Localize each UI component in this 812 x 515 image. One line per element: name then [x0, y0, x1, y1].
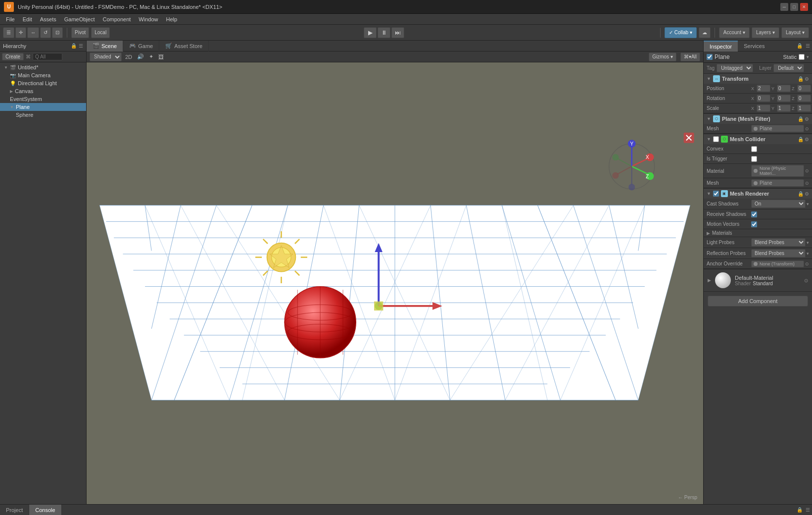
- bottom-menu-icon[interactable]: ☰: [806, 507, 812, 513]
- bottom-lock-icon[interactable]: 🔒: [794, 507, 806, 513]
- menu-file[interactable]: File: [2, 15, 19, 23]
- audio-button[interactable]: 🔊: [136, 53, 145, 60]
- tool-move[interactable]: ✛: [15, 27, 26, 38]
- settings-icon[interactable]: ⚙: [805, 191, 809, 197]
- transform-header[interactable]: ▼ ↔ Transform 🔒 ⚙: [704, 74, 812, 84]
- convex-checkbox[interactable]: [751, 146, 757, 152]
- hierarchy-item-main-camera[interactable]: 📷 Main Camera: [0, 71, 86, 79]
- play-button[interactable]: ▶: [364, 27, 377, 38]
- scale-x-field[interactable]: [757, 104, 770, 112]
- hierarchy-lock-icon[interactable]: 🔒: [71, 43, 77, 49]
- hierarchy-item-eventsystem[interactable]: EventSystem: [0, 95, 86, 103]
- minimize-button[interactable]: ─: [780, 3, 788, 11]
- local-button[interactable]: Local: [91, 27, 110, 38]
- cast-shadows-select[interactable]: On Off Two Sided Shadows Only: [751, 200, 806, 208]
- collider-mesh-value[interactable]: Plane: [751, 179, 804, 187]
- mesh-collider-header[interactable]: ▼ ⬡ Mesh Collider 🔒 ⚙: [704, 134, 812, 144]
- material-expand-icon[interactable]: ▶: [708, 278, 711, 283]
- position-x-field[interactable]: [757, 85, 770, 92]
- maximize-button[interactable]: □: [790, 3, 798, 11]
- lock-icon[interactable]: 🔒: [798, 116, 804, 122]
- tab-game[interactable]: 🎮 Game: [123, 41, 159, 52]
- inspector-menu-icon[interactable]: ☰: [806, 43, 812, 49]
- tab-asset-store[interactable]: 🛒 Asset Store: [159, 41, 209, 52]
- position-y-field[interactable]: [777, 85, 791, 92]
- cast-shadows-menu[interactable]: ▾: [807, 202, 809, 206]
- receive-shadows-checkbox[interactable]: [751, 211, 757, 217]
- light-probes-menu[interactable]: ▾: [807, 240, 809, 245]
- shading-mode-select[interactable]: Shaded: [90, 52, 122, 61]
- cloud-button[interactable]: ☁: [699, 27, 711, 38]
- reflection-probes-menu[interactable]: ▾: [807, 251, 809, 256]
- tab-inspector[interactable]: Inspector: [704, 41, 738, 52]
- fx-button[interactable]: ✦: [147, 53, 155, 60]
- 2d-button[interactable]: 2D: [124, 53, 134, 60]
- scale-z-field[interactable]: [797, 104, 811, 112]
- mesh-value[interactable]: Plane: [751, 125, 804, 132]
- tab-services[interactable]: Services: [738, 41, 770, 52]
- tool-rect[interactable]: ⊡: [52, 27, 63, 38]
- layout-button[interactable]: Layout ▾: [781, 27, 809, 38]
- hierarchy-item-untitled[interactable]: ▼ 🎬 Untitled*: [0, 63, 86, 71]
- all-button[interactable]: ⌘▾All: [680, 52, 700, 61]
- add-component-button[interactable]: Add Component: [708, 296, 808, 307]
- lock-icon[interactable]: 🔒: [798, 191, 804, 197]
- menu-gameobject[interactable]: GameObject: [60, 15, 99, 23]
- menu-component[interactable]: Component: [98, 15, 135, 23]
- tab-scene[interactable]: 🎬 Scene: [87, 41, 123, 52]
- settings-icon[interactable]: ⚙: [805, 137, 809, 142]
- layer-select[interactable]: Default: [773, 64, 804, 72]
- scale-y-field[interactable]: [777, 104, 791, 112]
- tool-hand[interactable]: ☰: [3, 27, 14, 38]
- mesh-collider-enabled[interactable]: [713, 136, 719, 142]
- lock-icon[interactable]: 🔒: [798, 137, 804, 142]
- menu-edit[interactable]: Edit: [19, 15, 36, 23]
- inspector-lock-icon[interactable]: 🔒: [794, 43, 806, 49]
- hierarchy-item-directional-light[interactable]: 💡 Directional Light: [0, 79, 86, 87]
- hierarchy-item-canvas[interactable]: ▶ Canvas: [0, 87, 86, 95]
- collider-material-value[interactable]: None (Physic Materi...: [751, 165, 804, 177]
- collab-button[interactable]: ✓ Collab ▾: [665, 27, 697, 38]
- menu-window[interactable]: Window: [135, 15, 162, 23]
- create-button[interactable]: Create: [2, 53, 24, 60]
- tool-rotate[interactable]: ↔: [27, 27, 39, 38]
- step-button[interactable]: ⏭: [391, 27, 404, 38]
- mesh-select-icon[interactable]: ⊙: [805, 126, 809, 131]
- lock-icon[interactable]: 🔒: [798, 76, 804, 82]
- collider-mat-select-icon[interactable]: ⊙: [805, 168, 809, 173]
- position-z-field[interactable]: [797, 85, 811, 92]
- material-select-icon[interactable]: ⊙: [804, 278, 808, 283]
- light-probes-select[interactable]: Blend Probes Off Use Proxy Volume Custom…: [751, 238, 806, 247]
- hierarchy-item-plane[interactable]: ▼ Plane: [0, 103, 86, 111]
- rotation-x-field[interactable]: [757, 95, 770, 102]
- hierarchy-menu-icon[interactable]: ☰: [79, 43, 83, 49]
- scene-view[interactable]: X Y Z: [87, 62, 703, 504]
- materials-section[interactable]: ▶ Materials: [704, 229, 812, 237]
- gizmos-button[interactable]: Gizmos ▾: [649, 52, 676, 61]
- anchor-select-icon[interactable]: ⊙: [805, 261, 809, 266]
- mesh-filter-header[interactable]: ▼ ⬡ Plane (Mesh Filter) 🔒 ⚙: [704, 114, 812, 124]
- pause-button[interactable]: ⏸: [378, 27, 390, 38]
- tab-project[interactable]: Project: [0, 505, 29, 515]
- motion-vectors-checkbox[interactable]: [751, 221, 757, 227]
- reflection-probes-select[interactable]: Blend Probes Off Simple: [751, 249, 806, 258]
- object-enabled-checkbox[interactable]: [707, 54, 713, 60]
- mesh-renderer-header[interactable]: ▼ ▣ Mesh Renderer 🔒 ⚙: [704, 189, 812, 199]
- hierarchy-search[interactable]: [33, 53, 62, 60]
- image-button[interactable]: 🖼: [157, 53, 165, 60]
- settings-icon[interactable]: ⚙: [805, 76, 809, 82]
- pivot-button[interactable]: Pivot: [71, 27, 89, 38]
- static-dropdown-arrow[interactable]: ▾: [807, 54, 809, 59]
- mesh-renderer-enabled[interactable]: [713, 191, 719, 197]
- rotation-z-field[interactable]: [797, 95, 811, 102]
- tag-select[interactable]: Untagged: [716, 64, 753, 72]
- static-checkbox[interactable]: [799, 54, 805, 60]
- is-trigger-checkbox[interactable]: [751, 156, 757, 162]
- layers-button[interactable]: Layers ▾: [752, 27, 779, 38]
- close-button[interactable]: ✕: [800, 3, 808, 11]
- hierarchy-item-sphere[interactable]: Sphere: [0, 111, 86, 119]
- anchor-override-value[interactable]: None (Transform): [751, 260, 804, 267]
- tool-scale[interactable]: ↺: [40, 27, 51, 38]
- tab-console[interactable]: Console: [29, 505, 61, 515]
- account-button[interactable]: Account ▾: [719, 27, 750, 38]
